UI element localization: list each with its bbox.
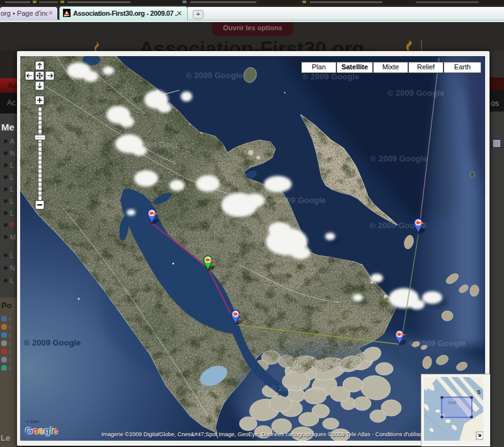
svg-text:© 2009 Google: © 2009 Google: [186, 71, 243, 80]
svg-text:© 2009 Google: © 2009 Google: [270, 383, 328, 393]
svg-text:© 2009 Google: © 2009 Google: [302, 72, 360, 81]
svg-text:© 2009 Google: © 2009 Google: [409, 339, 466, 348]
svg-text:© 2009 Google: © 2009 Google: [370, 154, 428, 163]
svg-text:S: S: [477, 389, 481, 395]
svg-text:© 2009 Google: © 2009 Google: [24, 338, 81, 347]
svg-text:Sali: Sali: [448, 400, 457, 405]
svg-text:© 2009 Google: © 2009 Google: [130, 140, 188, 149]
svg-text:© 2009 Google: © 2009 Google: [269, 195, 326, 205]
svg-text:© 2009 Google: © 2009 Google: [387, 88, 445, 98]
